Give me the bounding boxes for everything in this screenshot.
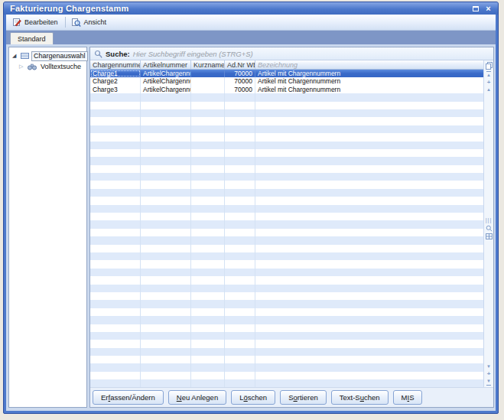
cell-adnr-we[interactable]: 70000 bbox=[225, 86, 255, 93]
cell-adnr-we[interactable]: 70000 bbox=[225, 77, 255, 85]
empty-cell bbox=[255, 348, 483, 356]
empty-cell bbox=[191, 245, 225, 252]
cell-bezeichnung[interactable]: Artikel mit Chargennummern bbox=[255, 70, 483, 77]
empty-cell bbox=[225, 149, 255, 157]
empty-cell bbox=[191, 252, 225, 260]
search-input[interactable]: Suche: Hier Suchbegriff eingeben (STRG+S… bbox=[90, 47, 493, 60]
empty-cell bbox=[141, 260, 191, 268]
restore-button[interactable] bbox=[470, 4, 481, 14]
columns-grip-icon[interactable]: ||| bbox=[486, 217, 492, 223]
erfassen-aendern-button[interactable]: Erfassen/Ändern bbox=[93, 390, 164, 405]
empty-cell bbox=[90, 308, 141, 316]
scroll-down-icon[interactable]: ▼ bbox=[486, 364, 491, 370]
empty-cell bbox=[225, 133, 255, 141]
empty-cell bbox=[90, 269, 141, 276]
ansicht-button[interactable]: Ansicht bbox=[68, 16, 112, 28]
cell-bezeichnung[interactable]: Artikel mit Chargennummern bbox=[255, 86, 483, 93]
empty-cell bbox=[225, 165, 255, 173]
empty-row bbox=[90, 276, 483, 284]
column-header-artikelnummer-label: Artikelnummer bbox=[143, 61, 187, 69]
empty-cell bbox=[225, 109, 255, 117]
empty-cell bbox=[191, 189, 225, 197]
cell-chargennummer[interactable]: Charge3 bbox=[90, 86, 141, 93]
empty-cell bbox=[191, 308, 225, 316]
cell-bezeichnung[interactable]: Artikel mit Chargennummern bbox=[255, 77, 483, 85]
empty-cell bbox=[90, 213, 141, 220]
scroll-to-bottom-icon[interactable]: ▼ bbox=[486, 379, 491, 386]
cell-chargennummer[interactable]: Charge1 bbox=[90, 70, 141, 77]
empty-cell bbox=[141, 229, 191, 236]
empty-cell bbox=[141, 363, 191, 371]
empty-cell bbox=[255, 260, 483, 268]
mis-button[interactable]: MIS bbox=[393, 390, 423, 405]
cell-kurzname[interactable] bbox=[191, 70, 225, 77]
scroll-strip: ▲ + ▲ ||| bbox=[483, 60, 493, 387]
cell-kurzname[interactable] bbox=[191, 86, 225, 93]
fulltext-search-binoculars-icon bbox=[28, 63, 37, 70]
empty-row bbox=[90, 285, 483, 292]
empty-cell bbox=[255, 149, 483, 157]
column-header-adnr-we[interactable]: Ad.Nr WE bbox=[225, 60, 255, 69]
zoom-icon[interactable] bbox=[486, 225, 493, 232]
column-header-artikelnummer[interactable]: Artikelnummer bbox=[141, 60, 191, 69]
tree-item-chargenauswahl[interactable]: ◢ Chargenauswahl bbox=[9, 50, 86, 61]
empty-cell bbox=[191, 332, 225, 340]
scroll-up-icon[interactable]: ▲ bbox=[486, 87, 491, 93]
empty-cell bbox=[191, 324, 225, 332]
empty-row bbox=[90, 133, 483, 141]
empty-row bbox=[90, 205, 483, 213]
scroll-drag-up-icon[interactable]: + bbox=[487, 80, 491, 86]
empty-cell bbox=[141, 165, 191, 173]
grid-rows: Charge1 ArtikelChargennumme 70000 Artike… bbox=[90, 70, 483, 387]
empty-cell bbox=[90, 340, 141, 347]
empty-cell bbox=[90, 372, 141, 379]
loeschen-button[interactable]: Löschen bbox=[231, 390, 275, 405]
empty-cell bbox=[141, 189, 191, 197]
empty-cell bbox=[255, 292, 483, 300]
empty-cell bbox=[90, 93, 141, 101]
empty-cell bbox=[225, 332, 255, 340]
cell-kurzname[interactable] bbox=[191, 77, 225, 85]
empty-cell bbox=[141, 142, 191, 149]
empty-cell bbox=[90, 133, 141, 141]
empty-cell bbox=[191, 260, 225, 268]
tree-expander-closed-icon[interactable]: ▷ bbox=[19, 63, 25, 70]
grid-view-icon[interactable] bbox=[486, 233, 493, 239]
desktop-background: Fakturierung Chargenstamm × Bearbeiten bbox=[0, 0, 504, 420]
scroll-drag-down-icon[interactable]: + bbox=[487, 371, 491, 377]
tree-item-chargenauswahl-label: Chargenauswahl bbox=[31, 51, 88, 61]
bearbeiten-button[interactable]: Bearbeiten bbox=[9, 16, 63, 28]
empty-cell bbox=[225, 189, 255, 197]
cell-adnr-we[interactable]: 70000 bbox=[225, 70, 255, 77]
empty-cell bbox=[191, 102, 225, 109]
column-header-kurzname[interactable]: Kurzname bbox=[191, 60, 225, 69]
table-row[interactable]: Charge2 ArtikelChargennumme 70000 Artike… bbox=[90, 77, 483, 85]
cell-artikelnummer[interactable]: ArtikelChargennumme bbox=[141, 70, 191, 77]
empty-cell bbox=[225, 102, 255, 109]
cell-chargennummer[interactable]: Charge2 bbox=[90, 77, 141, 85]
cell-artikelnummer[interactable]: ArtikelChargennumme bbox=[141, 77, 191, 85]
close-button[interactable]: × bbox=[483, 4, 494, 14]
empty-cell bbox=[225, 316, 255, 324]
table-row[interactable]: Charge3 ArtikelChargennumme 70000 Artike… bbox=[90, 86, 483, 93]
neu-anlegen-button[interactable]: Neu Anlegen bbox=[168, 390, 226, 405]
tab-standard[interactable]: Standard bbox=[10, 32, 54, 44]
column-header-bezeichnung[interactable]: Bezeichnung bbox=[255, 60, 483, 69]
window-title: Fakturierung Chargenstamm bbox=[10, 4, 468, 13]
sortieren-button[interactable]: Sortieren bbox=[280, 390, 327, 405]
tree-item-volltextsuche[interactable]: ▷ Volltextsuche bbox=[9, 61, 86, 72]
empty-cell bbox=[255, 356, 483, 363]
empty-cell bbox=[255, 181, 483, 188]
scroll-to-top-icon[interactable]: ▲ bbox=[486, 71, 491, 78]
text-suchen-button[interactable]: Text-Suchen bbox=[331, 390, 389, 405]
column-header-chargennummer[interactable]: Chargennummer ▼ bbox=[90, 60, 141, 69]
column-chooser-icon[interactable] bbox=[486, 62, 493, 70]
empty-cell bbox=[141, 125, 191, 133]
table-row-selected[interactable]: Charge1 ArtikelChargennumme 70000 Artike… bbox=[90, 70, 483, 77]
cell-artikelnummer[interactable]: ArtikelChargennumme bbox=[141, 86, 191, 93]
empty-cell bbox=[191, 340, 225, 347]
empty-cell bbox=[141, 102, 191, 109]
tree-expander-open-icon[interactable]: ◢ bbox=[12, 53, 18, 59]
empty-cell bbox=[255, 269, 483, 276]
tabstrip: Standard bbox=[6, 31, 496, 44]
